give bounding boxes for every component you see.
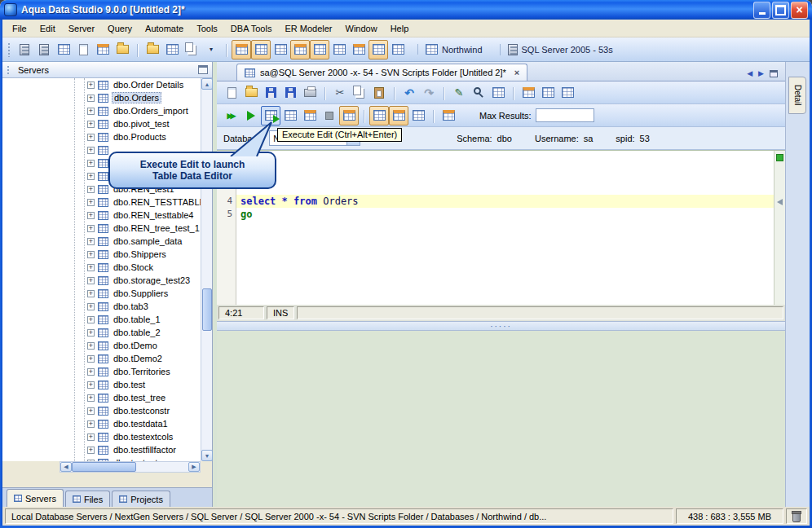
tree-item[interactable]: + dbo.test — [2, 378, 201, 391]
menu-help[interactable]: Help — [384, 21, 416, 36]
toolbar-button[interactable]: ↷ — [419, 83, 439, 103]
menu-edit[interactable]: Edit — [33, 21, 62, 36]
scrollbar-track[interactable] — [72, 462, 188, 472]
tree-item[interactable]: + dbo.pivot_test — [2, 117, 201, 130]
code-line-current[interactable]: select * from Orders — [236, 195, 774, 208]
toolbar-button[interactable] — [113, 40, 132, 59]
toolbar-button[interactable]: ✂ — [330, 83, 350, 103]
toolbar-button[interactable] — [349, 40, 368, 59]
expand-plus-icon[interactable]: + — [87, 394, 95, 402]
tree-item[interactable]: + dbo.tDemo2 — [2, 352, 201, 365]
expand-plus-icon[interactable]: + — [87, 225, 95, 232]
expand-plus-icon[interactable]: + — [87, 264, 95, 271]
toolbar-button[interactable] — [143, 40, 162, 59]
tree-item[interactable]: + dbo.table_1 — [2, 313, 201, 326]
tree-item[interactable]: + dbo.testextcols — [2, 430, 201, 443]
menu-tools[interactable]: Tools — [190, 21, 224, 36]
expand-plus-icon[interactable]: + — [87, 251, 95, 258]
toolbar-button[interactable]: ▾ — [201, 40, 221, 59]
tree-item[interactable]: + dbo.tab3 — [2, 300, 201, 313]
code-area[interactable]: select * from Orders go — [236, 151, 774, 305]
expand-plus-icon[interactable]: + — [87, 108, 95, 115]
toolbar-button[interactable] — [34, 40, 54, 59]
tree-item-label[interactable]: dbo.Territories — [112, 367, 172, 376]
toolbar-button[interactable] — [329, 40, 349, 59]
toolbar-button[interactable] — [350, 83, 369, 103]
maximize-button[interactable] — [772, 2, 789, 19]
tree-item[interactable]: + dbo.storage_test23 — [2, 274, 201, 287]
tree-item-label[interactable]: dbo.tDemo — [112, 341, 159, 350]
tree-item-label[interactable]: dbo.Suppliers — [112, 288, 170, 298]
toolbar-button[interactable] — [369, 106, 389, 125]
tree-item-label[interactable]: dbo.storage_test23 — [112, 275, 192, 285]
menu-window[interactable]: Window — [339, 21, 384, 36]
toolbar-button[interactable] — [54, 40, 73, 59]
expand-plus-icon[interactable]: + — [87, 199, 95, 206]
scrollbar-thumb[interactable] — [72, 462, 136, 472]
document-tab[interactable]: sa@SQL Server 2000 -x- 54 - SVN Scripts … — [236, 64, 527, 81]
expand-plus-icon[interactable]: + — [87, 95, 95, 102]
toolbar-button[interactable] — [290, 40, 310, 59]
tree-item[interactable]: + dbo.Orders — [2, 91, 201, 104]
toolbar-button[interactable] — [222, 83, 241, 103]
scroll-up-icon[interactable]: ▲ — [201, 78, 213, 90]
toolbar-button[interactable] — [538, 83, 558, 103]
toolbar-button[interactable]: ✎ — [449, 83, 469, 103]
tree-item[interactable]: + dbo.REN_tree_test_1 — [2, 222, 201, 235]
scroll-right-icon[interactable]: ▶ — [188, 462, 200, 472]
toolbar-button[interactable] — [241, 83, 261, 103]
tree-item[interactable]: + dbo.Stock — [2, 261, 201, 274]
tree-item-label[interactable]: dbo.testfillfactor — [112, 445, 178, 455]
toolbar-button[interactable] — [469, 83, 488, 103]
expand-plus-icon[interactable]: + — [87, 147, 95, 154]
tree-item-label[interactable]: dbo.REN_tree_test_1 — [112, 223, 201, 233]
tree-item[interactable]: + dbo.REN_TESTTABLE — [2, 196, 201, 209]
tree-item-label[interactable]: dbo.table_1 — [112, 315, 162, 324]
servers-panel-header[interactable]: Servers — [2, 62, 212, 78]
toolbar-button[interactable] — [369, 83, 389, 103]
menu-er-modeler[interactable]: ER Modeler — [278, 21, 338, 36]
tree-item-label[interactable]: dbo.REN_TESTTABLE — [112, 197, 201, 207]
expand-plus-icon[interactable]: + — [87, 238, 95, 245]
toolbar-button[interactable] — [339, 106, 359, 125]
code-line[interactable]: go — [236, 208, 774, 221]
tree-item[interactable]: + dbo.testdata1 — [2, 417, 201, 430]
splitter-grip-icon[interactable]: ····· — [490, 322, 512, 331]
toolbar-button[interactable] — [261, 83, 280, 103]
toolbar-button[interactable] — [389, 106, 408, 125]
trash-icon[interactable] — [792, 513, 801, 522]
close-tab-icon[interactable]: × — [511, 68, 519, 77]
toolbar-button[interactable] — [519, 83, 538, 103]
scrollbar-thumb[interactable] — [202, 288, 212, 331]
toolbar-button[interactable] — [300, 106, 320, 125]
tree-item[interactable]: + dbo.testconstr — [2, 404, 201, 417]
tree-item-label[interactable]: dbo.testdata1 — [112, 419, 170, 429]
tree-horizontal-scrollbar[interactable]: ◀ ▶ — [60, 461, 201, 473]
toolbar-button[interactable] — [368, 40, 388, 59]
toolbar-button[interactable] — [320, 106, 339, 125]
toolbar-button[interactable] — [310, 40, 329, 59]
scroll-left-icon[interactable]: ◀ — [60, 462, 72, 472]
tree-item-label[interactable]: dbo.tDemo2 — [112, 354, 164, 363]
panel-tab-files[interactable]: Files — [65, 491, 110, 507]
expand-plus-icon[interactable]: + — [87, 277, 95, 284]
tree-item-label[interactable]: dbo.sample_data — [112, 236, 183, 246]
tree-item[interactable]: + dbo.Products — [2, 130, 201, 143]
tree-item[interactable]: + dbo.REN_testtable4 — [2, 209, 201, 222]
toolbar-button[interactable] — [232, 40, 251, 59]
scroll-down-icon[interactable]: ▼ — [201, 450, 213, 461]
tree-item-label[interactable]: dbo.Order Details — [112, 80, 185, 90]
tree-item[interactable]: + dbo.Shippers — [2, 248, 201, 261]
tree-item[interactable]: + dbo.sample_data — [2, 235, 201, 248]
toolbar-button[interactable] — [182, 40, 201, 59]
menu-query[interactable]: Query — [101, 21, 139, 36]
tree-item[interactable]: + dbo.Territories — [2, 365, 201, 378]
expand-plus-icon[interactable]: + — [87, 160, 95, 167]
tree-item[interactable]: + dbo.Order Details — [2, 78, 201, 91]
expand-plus-icon[interactable]: + — [87, 316, 95, 323]
titlebar[interactable]: Aqua Data Studio 9.0.0 [Untitled 2]* × — [0, 0, 812, 20]
toolbar-button[interactable] — [300, 83, 320, 103]
toolbar-button[interactable] — [280, 106, 300, 125]
tree-item-label[interactable]: dbo.tab3 — [112, 301, 150, 311]
tree-item[interactable]: + dbo.Suppliers — [2, 287, 201, 300]
